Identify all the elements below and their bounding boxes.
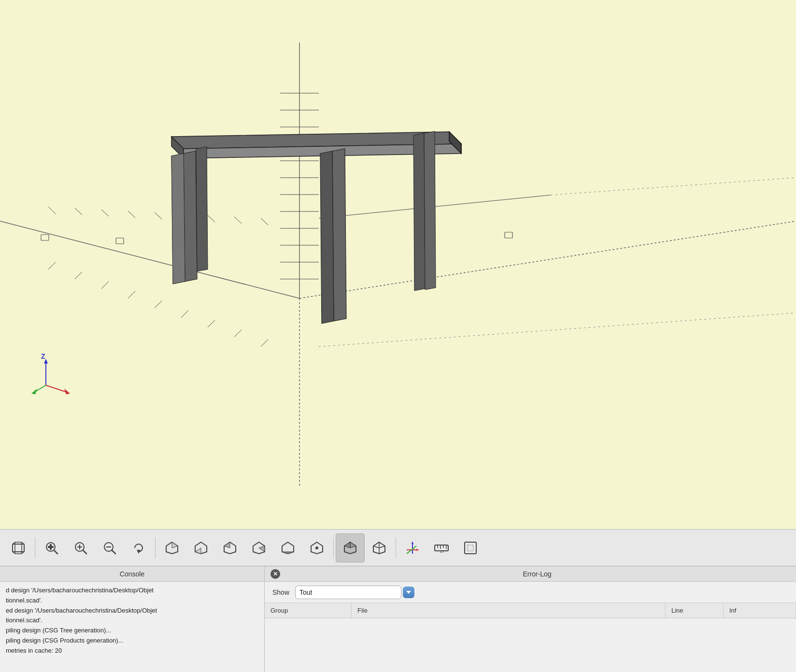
zoom-fit-btn[interactable]	[37, 533, 66, 562]
console-title: Console	[120, 570, 144, 578]
svg-marker-53	[184, 151, 197, 281]
svg-text:10: 10	[440, 549, 444, 554]
svg-line-79	[83, 550, 86, 554]
show-select-container: Tout	[295, 586, 414, 599]
svg-rect-68	[13, 544, 24, 552]
view-top-btn[interactable]	[273, 533, 302, 562]
show-select-value: Tout	[299, 588, 312, 596]
errorlog-controls: Show Tout	[265, 582, 796, 603]
show-label: Show	[272, 588, 289, 596]
view-bottom-btn[interactable]	[302, 533, 331, 562]
rotate-reset-btn[interactable]	[124, 533, 153, 562]
console-line: metries in cache: 20	[6, 646, 258, 656]
errorlog-table: Group File Line Inf	[265, 603, 796, 672]
view-left-btn[interactable]	[215, 533, 244, 562]
svg-point-97	[315, 546, 318, 549]
col-header-inf: Inf	[724, 603, 796, 618]
toolbar: 10	[0, 529, 796, 566]
console-panel: Console d design '/Users/bacharouchechri…	[0, 566, 265, 672]
console-content[interactable]: d design '/Users/bacharouchechristina/De…	[0, 582, 264, 672]
col-header-line: Line	[666, 603, 724, 618]
bottom-panels: Console d design '/Users/bacharouchechri…	[0, 566, 796, 672]
view-front-btn[interactable]	[157, 533, 186, 562]
console-line: tionnel.scad'.	[6, 616, 258, 626]
separator-3	[333, 537, 334, 559]
zoom-out-btn[interactable]	[95, 533, 124, 562]
svg-rect-0	[0, 42, 796, 487]
separator-2	[155, 537, 156, 559]
svg-rect-117	[468, 545, 473, 551]
errorlog-title: Error-Log	[284, 570, 790, 578]
col-header-group: Group	[265, 603, 352, 618]
col-header-file: File	[352, 603, 666, 618]
close-errorlog-btn[interactable]: ✕	[270, 569, 280, 579]
show-select-box[interactable]: Tout	[295, 586, 401, 599]
select-arrow-icon	[403, 587, 414, 598]
console-header: Console	[0, 566, 264, 582]
svg-marker-59	[413, 133, 425, 291]
3d-viewport[interactable]: Z	[0, 0, 796, 529]
perspective-btn[interactable]	[4, 533, 33, 562]
console-line: tionnel.scad'.	[6, 596, 258, 606]
svg-line-103	[379, 546, 385, 548]
svg-marker-56	[332, 149, 346, 321]
show-edges-btn[interactable]	[456, 533, 485, 562]
zoom-in-btn[interactable]	[66, 533, 95, 562]
svg-marker-108	[412, 541, 413, 544]
svg-marker-58	[196, 147, 208, 271]
errorlog-panel: ✕ Error-Log Show Tout Group File Line	[265, 566, 796, 672]
svg-marker-118	[406, 591, 411, 594]
show-ruler-btn[interactable]: 10	[427, 533, 456, 562]
svg-marker-89	[195, 548, 201, 554]
svg-marker-55	[171, 154, 185, 284]
svg-text:Z: Z	[41, 352, 45, 360]
svg-marker-109	[416, 549, 419, 551]
render-wireframe-btn[interactable]	[365, 533, 394, 562]
separator-1	[35, 537, 35, 559]
svg-line-104	[373, 546, 379, 548]
svg-line-75	[54, 550, 57, 554]
console-line: piling design (CSG Products generation).…	[6, 636, 258, 646]
separator-4	[396, 537, 396, 559]
console-line: piling design (CSG Tree generation)...	[6, 626, 258, 636]
console-line: ed design '/Users/bacharouchechristina/D…	[6, 606, 258, 616]
errorlog-header: ✕ Error-Log	[265, 566, 796, 582]
render-surface-btn[interactable]	[336, 533, 365, 562]
svg-rect-116	[465, 542, 476, 554]
show-axes-btn[interactable]	[398, 533, 427, 562]
errorlog-table-header: Group File Line Inf	[265, 603, 796, 618]
view-right-btn[interactable]	[244, 533, 273, 562]
view-back-btn[interactable]	[186, 533, 215, 562]
console-line: d design '/Users/bacharouchechristina/De…	[6, 586, 258, 596]
svg-rect-77	[50, 544, 52, 550]
svg-marker-57	[320, 151, 334, 323]
svg-line-83	[112, 550, 115, 554]
svg-marker-93	[259, 546, 265, 552]
svg-marker-60	[424, 131, 436, 290]
